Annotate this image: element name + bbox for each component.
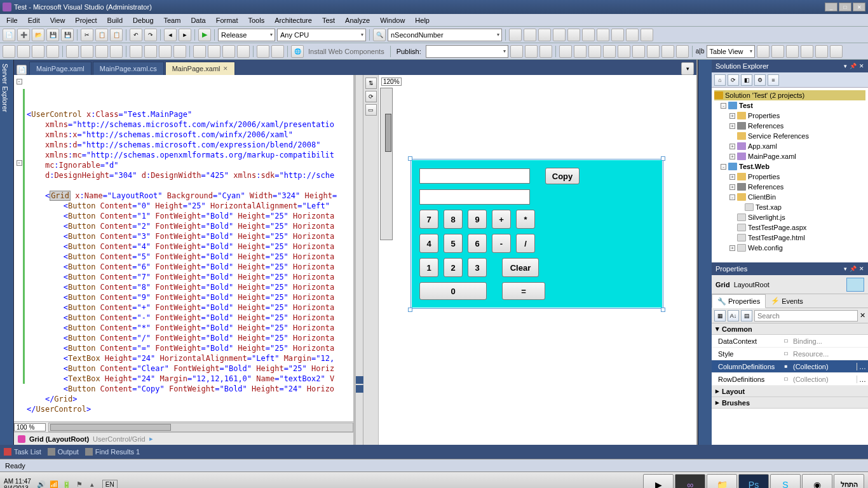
output-tab[interactable]: Output [48,448,79,456]
config-combo[interactable]: Release [218,29,275,41]
tb-icon[interactable] [574,45,587,58]
calc-8[interactable]: 8 [444,210,463,229]
properties-list[interactable]: ▾Common DataContext□Binding... Style□Res… [712,323,868,445]
tb-icon[interactable] [46,45,59,58]
calc-0[interactable]: 0 [419,282,487,300]
tb-icon[interactable] [771,45,784,58]
publish-combo[interactable] [426,45,508,58]
calc-textbox-2[interactable] [419,189,530,205]
menu-format[interactable]: Format [212,15,242,25]
calc-div[interactable]: / [516,234,535,253]
home-button[interactable]: ⌂ [714,74,726,86]
zoom-slider-thumb[interactable] [385,114,391,152]
tree-item[interactable]: TestTestPage.aspx [714,222,865,233]
pin-icon[interactable]: 📌 [850,266,857,272]
zoom-slider-track[interactable] [380,88,393,240]
tb-icon[interactable] [611,29,624,41]
tab-mainpage-xaml-cs[interactable]: MainPage.xaml.cs [93,62,164,75]
category-common[interactable]: ▾Common [712,323,868,335]
tb-icon[interactable] [159,45,172,58]
tb-icon[interactable] [801,45,813,58]
breadcrumb-arrow-icon[interactable]: ▸ [149,435,153,443]
menu-debug[interactable]: Debug [129,15,157,25]
calc-equals[interactable]: = [502,282,545,300]
tb-icon[interactable] [815,45,828,58]
tree-item[interactable]: +Properties [714,111,865,121]
tree-item[interactable]: +App.xaml [714,141,865,151]
tb-icon[interactable] [588,45,601,58]
tb-icon[interactable] [81,45,93,58]
media-player-icon[interactable]: ▶ [643,474,674,489]
close-button[interactable]: ✕ [853,3,865,11]
solution-node[interactable]: Solution 'Test' (2 projects) [714,90,865,100]
minimize-button[interactable]: _ [825,3,837,11]
tb-icon[interactable] [95,45,108,58]
menu-team[interactable]: Team [160,15,185,25]
prop-datacontext[interactable]: DataContext□Binding... [712,335,868,348]
tb-icon[interactable] [222,45,235,58]
start-button[interactable]: התחל [834,474,864,489]
tree-item[interactable]: +References [714,121,865,131]
menu-help[interactable]: Help [411,15,433,25]
chrome-icon[interactable]: ◉ [802,474,832,489]
expand-icon[interactable]: + [729,184,735,190]
calc-5[interactable]: 5 [444,234,463,253]
menu-file[interactable]: File [3,15,22,25]
photoshop-icon[interactable]: Ps [738,474,769,489]
tb-icon[interactable] [237,45,250,58]
prop-rowdefinitions[interactable]: RowDefinitions□(Collection)… [712,373,868,386]
server-explorer-tab[interactable]: Server Explorer [0,60,14,445]
tab-files-icon[interactable]: 📄 [17,65,27,75]
clear-search-icon[interactable]: ✕ [860,311,865,320]
start-debug-button[interactable]: ▶ [198,29,211,41]
sort-button[interactable]: A↓ [728,310,739,322]
tb-icon[interactable] [17,45,30,58]
tab-mainpage-xaml-active[interactable]: MainPage.xaml✕ [165,62,235,75]
globe-icon[interactable]: 🌐 [291,45,304,58]
tab-mainpage-xaml-1[interactable]: MainPage.xaml [29,62,92,75]
breadcrumb-element[interactable]: Grid (LayoutRoot) [29,435,89,443]
scrollbar-thumb[interactable] [50,424,171,431]
category-layout[interactable]: ▸Layout [712,386,868,397]
tb-icon[interactable] [597,29,609,41]
expand-icon[interactable]: ▸ [715,398,719,407]
save-button[interactable]: 💾 [46,29,59,41]
tb-icon[interactable] [257,45,269,58]
calc-2[interactable]: 2 [444,258,463,277]
expand-icon[interactable]: + [729,113,735,119]
search-input[interactable] [754,310,858,322]
calc-1[interactable]: 1 [419,258,438,277]
tree-item[interactable]: Silverlight.js [714,212,865,222]
ellipsis-button[interactable]: … [857,376,868,383]
collapse-icon[interactable]: ▾ [715,325,719,333]
tree-item[interactable]: Service References [714,131,865,141]
tb-icon[interactable] [676,45,689,58]
tb-icon[interactable] [632,45,645,58]
redo-button[interactable]: ↷ [144,29,157,41]
filter-button[interactable]: ▤ [741,310,752,322]
tree-item[interactable]: +Properties [714,172,865,182]
menu-edit[interactable]: Edit [24,15,44,25]
paste-button[interactable]: 📋 [110,29,123,41]
split-h-button[interactable]: ▭ [365,104,377,116]
save-all-button[interactable]: 💾 [61,29,74,41]
calc-7[interactable]: 7 [419,210,438,229]
fold-icon[interactable]: - [17,79,22,85]
tb-icon[interactable] [830,45,843,58]
design-canvas[interactable]: 120% Copy [379,75,696,445]
calc-clear[interactable]: Clear [502,258,539,277]
panel-menu-icon[interactable]: ▾ [844,63,847,69]
pin-icon[interactable]: 📌 [850,63,857,69]
visual-studio-icon[interactable]: ∞ [675,474,705,489]
expand-icon[interactable]: ▸ [715,387,719,395]
prop-style[interactable]: Style□Resource... [712,348,868,360]
events-tab[interactable]: ⚡Events [766,294,808,308]
menu-analyze[interactable]: Analyze [341,15,374,25]
tb-icon[interactable] [582,29,595,41]
tb-icon[interactable] [786,45,799,58]
open-button[interactable]: 📂 [32,29,44,41]
calc-mult[interactable]: * [516,210,535,229]
breadcrumb-path[interactable]: UserControl/Grid [93,435,146,443]
add-item-button[interactable]: ➕ [17,29,30,41]
maximize-button[interactable]: □ [839,3,851,11]
